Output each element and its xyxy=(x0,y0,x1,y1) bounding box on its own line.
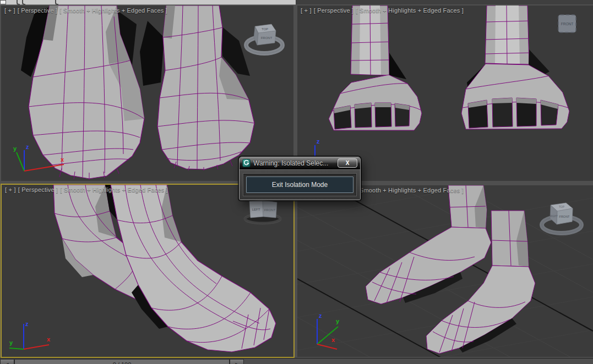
viewcube-left-label[interactable]: LEFT xyxy=(252,208,260,211)
3dsmax-window: [ + ][ Perspective ][ Smooth + Highlight… xyxy=(0,0,593,364)
time-slider-bar: < 0 / 100 > xyxy=(0,358,593,364)
viewcube-front-label[interactable]: FRONT xyxy=(264,208,276,212)
toolbar-glyph-fragment xyxy=(22,0,25,5)
viewport-label: [ + ][ Perspective ][ Smooth + Highlight… xyxy=(5,186,170,193)
axis-tripod: z y x xyxy=(305,312,352,354)
dialog-body: Exit Isolation Mode xyxy=(240,169,360,200)
viewcube-front-label[interactable]: FRONT xyxy=(261,36,273,40)
viewcube-top-label[interactable]: TOP xyxy=(262,27,268,31)
toolbar-glyph-fragment xyxy=(17,0,20,5)
exit-isolation-mode-button[interactable]: Exit Isolation Mode xyxy=(246,177,353,193)
toolbar-glyph-fragment xyxy=(55,0,58,5)
axis-y-label: y xyxy=(336,318,340,324)
axis-y-label: y xyxy=(13,145,17,152)
next-frame-button[interactable]: > xyxy=(230,359,244,364)
axis-x-label: x xyxy=(47,336,51,343)
previous-frame-button[interactable]: < xyxy=(0,359,14,364)
axis-x-label: x xyxy=(331,337,335,343)
viewcube[interactable]: TOP FRONT RIGHT xyxy=(538,200,585,238)
time-slider-field[interactable]: 0 / 100 xyxy=(14,359,230,364)
axis-z-label: z xyxy=(319,312,322,319)
viewport-bottom-right[interactable]: [ + ][ Perspective ][ Smooth + Highlight… xyxy=(297,185,593,357)
viewport-label: [ + ][ Perspective ][ Smooth + Highlight… xyxy=(4,7,170,14)
viewcube[interactable]: FRONT xyxy=(557,13,579,35)
viewport-shading-button[interactable]: [ Smooth + Highlights + Edged Faces ] xyxy=(60,186,168,193)
viewport-menu-button[interactable]: [ + ] xyxy=(5,186,16,193)
viewport-shading-button[interactable]: [ Smooth + Highlights + Edged Faces ] xyxy=(356,7,464,14)
axis-z-label: z xyxy=(25,321,29,327)
viewport-top-left[interactable]: [ + ][ Perspective ][ Smooth + Highlight… xyxy=(1,5,293,181)
dialog-titlebar[interactable]: Warning: Isolated Selec... X xyxy=(240,157,360,169)
viewport-pov-button[interactable]: [ Perspective ] xyxy=(18,186,58,193)
viewcube-top-label[interactable]: TOP xyxy=(559,205,565,208)
viewcube-front-label[interactable]: FRONT xyxy=(559,215,570,218)
3dsmax-logo-icon xyxy=(242,159,251,167)
dialog-title: Warning: Isolated Selec... xyxy=(253,159,338,167)
viewport-top-right[interactable]: [ + ][ Perspective ][ Smooth + Highlight… xyxy=(297,5,593,181)
viewport-pov-button[interactable]: [ Perspective ] xyxy=(314,7,354,14)
dialog-inner-panel: Exit Isolation Mode xyxy=(243,173,357,196)
axis-x-label: x xyxy=(61,156,64,163)
axis-z-label: z xyxy=(26,144,29,150)
axis-tripod: z y x xyxy=(8,142,68,177)
viewcube-right-label[interactable]: RIGHT xyxy=(550,215,558,218)
viewport-label: [ + ][ Perspective ][ Smooth + Highlight… xyxy=(301,7,466,14)
viewport-pov-button[interactable]: [ Perspective ] xyxy=(18,7,58,14)
viewport-shading-button[interactable]: [ Smooth + Highlights + Edged Faces ] xyxy=(59,7,167,14)
viewcube[interactable]: TOP FRONT xyxy=(243,21,286,58)
toolbar-strip-dark xyxy=(296,0,593,4)
axis-tripod: z y x xyxy=(8,321,58,354)
toolbar-icon-fragment xyxy=(0,0,6,4)
dialog-close-button[interactable]: X xyxy=(338,158,357,168)
toolbar-strip xyxy=(0,0,296,5)
axis-z-label: z xyxy=(317,138,320,145)
warning-dialog: Warning: Isolated Selec... X Exit Isolat… xyxy=(239,157,361,200)
axis-y-label: y xyxy=(9,339,13,346)
viewport-menu-button[interactable]: [ + ] xyxy=(301,7,312,14)
viewport-menu-button[interactable]: [ + ] xyxy=(4,7,15,14)
viewport-shading-button[interactable]: [ Smooth + Highlights + Edged Faces ] xyxy=(356,187,464,194)
viewport-bottom-left-active[interactable]: [ + ][ Perspective ][ Smooth + Highlight… xyxy=(1,184,295,358)
viewcube-front-label[interactable]: FRONT xyxy=(561,22,573,26)
